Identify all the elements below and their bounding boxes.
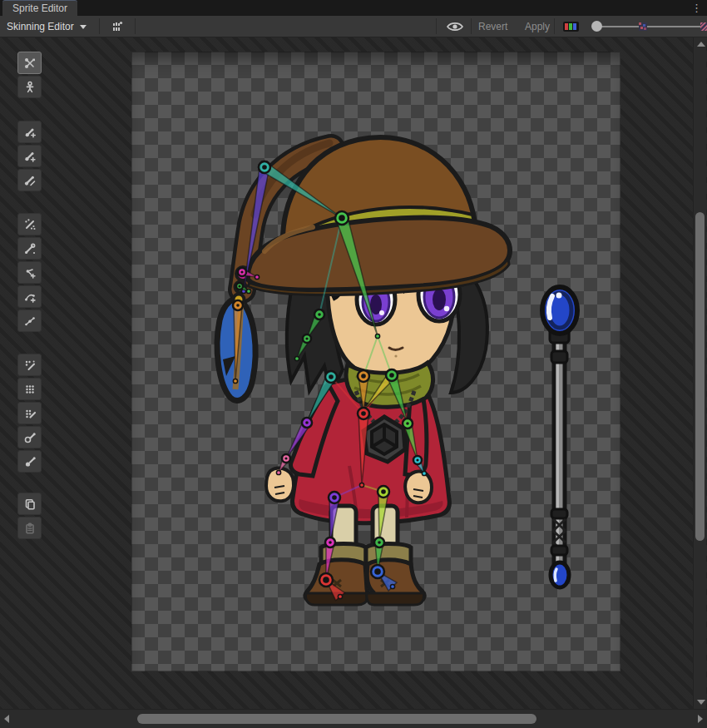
workspace <box>0 37 707 728</box>
sprite-sheet-icon <box>111 21 124 32</box>
revert-button[interactable]: Revert <box>475 16 511 37</box>
horizontal-scrollbar-thumb[interactable] <box>137 714 536 724</box>
separator <box>99 18 100 34</box>
tool-split-bone-button[interactable] <box>17 169 42 191</box>
tool-bone-influence-button[interactable] <box>17 426 42 448</box>
toolbar: Skinning Editor Revert <box>0 16 707 37</box>
vertical-scrollbar[interactable] <box>693 37 706 709</box>
tool-auto-geometry-button[interactable] <box>17 213 42 235</box>
character-sprite <box>131 52 620 671</box>
chevron-down-icon <box>80 25 87 29</box>
rgb-swatch-icon <box>563 22 579 32</box>
separator <box>436 18 437 34</box>
skinning-editor-dropdown[interactable]: Skinning Editor <box>2 16 91 37</box>
tool-preview-pose-button[interactable] <box>17 52 42 74</box>
horizontal-scrollbar[interactable] <box>0 709 707 728</box>
mode-label: Skinning Editor <box>7 21 74 32</box>
vertical-scrollbar-thumb[interactable] <box>695 212 705 541</box>
sprite-canvas[interactable] <box>131 52 620 671</box>
mip-slider-thumb[interactable] <box>591 21 602 32</box>
visibility-toggle-button[interactable] <box>442 16 468 37</box>
tab-strip: Sprite Editor ⋮ <box>0 0 707 16</box>
texture-detail-icon <box>639 22 647 31</box>
color-mode-button[interactable] <box>559 16 582 37</box>
kebab-menu-icon[interactable]: ⋮ <box>691 1 702 15</box>
tool-split-edge-button[interactable] <box>17 310 42 332</box>
separator <box>135 18 136 34</box>
mip-slider <box>587 16 707 37</box>
tool-paste-button[interactable] <box>17 517 42 539</box>
separator <box>471 18 472 34</box>
tool-create-vertex-button[interactable] <box>17 261 42 284</box>
sprite-sheet-icon-button[interactable] <box>103 16 131 37</box>
tool-edit-geometry-button[interactable] <box>17 237 42 260</box>
tool-weight-slider-button[interactable] <box>17 378 42 400</box>
tool-sprite-influence-button[interactable] <box>17 450 42 473</box>
tab-sprite-editor[interactable]: Sprite Editor <box>2 0 77 16</box>
tool-restore-bind-pose-button[interactable] <box>17 76 42 98</box>
revert-label: Revert <box>478 21 507 32</box>
scroll-up-arrow[interactable] <box>697 42 705 47</box>
mip-slider-track[interactable] <box>592 26 705 27</box>
magic-staff <box>542 287 577 587</box>
tool-weight-brush-button[interactable] <box>17 402 42 424</box>
tab-title: Sprite Editor <box>12 2 67 14</box>
sprite-editor-window: Sprite Editor ⋮ Skinning Editor <box>0 0 707 728</box>
tool-edit-joints-button[interactable] <box>17 121 42 143</box>
scroll-right-arrow[interactable] <box>698 715 703 723</box>
separator <box>554 18 555 34</box>
apply-button[interactable]: Apply <box>522 16 553 37</box>
scroll-down-arrow[interactable] <box>697 700 705 705</box>
tool-create-edge-button[interactable] <box>17 285 42 308</box>
tool-copy-button[interactable] <box>17 493 42 515</box>
tool-create-bone-button[interactable] <box>17 145 42 167</box>
eye-icon <box>447 22 463 32</box>
texture-mip-icon <box>700 22 707 31</box>
tool-auto-weights-button[interactable] <box>17 354 42 376</box>
scroll-left-arrow[interactable] <box>4 715 9 723</box>
apply-label: Apply <box>525 21 550 32</box>
